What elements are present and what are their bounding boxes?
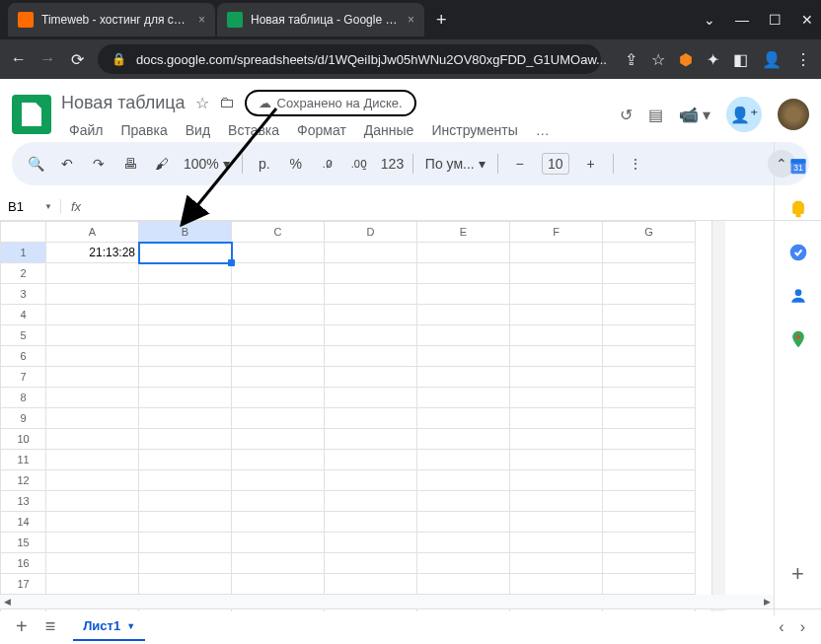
row-header-1[interactable]: 1 xyxy=(1,243,46,263)
keep-icon[interactable] xyxy=(788,199,808,219)
cell-D2[interactable] xyxy=(325,263,417,284)
menu-more[interactable]: … xyxy=(528,120,558,140)
select-all-corner[interactable] xyxy=(1,222,46,243)
cell-A11[interactable] xyxy=(46,450,139,470)
redo-icon[interactable]: ↷ xyxy=(89,156,109,172)
close-icon[interactable]: × xyxy=(198,13,205,27)
cell-B1[interactable] xyxy=(139,243,232,263)
cell-A14[interactable] xyxy=(46,512,139,533)
undo-icon[interactable]: ↶ xyxy=(57,156,77,172)
reload-icon[interactable]: ⟳ xyxy=(68,50,86,69)
column-header-G[interactable]: G xyxy=(603,222,696,243)
all-sheets-button[interactable]: ≡ xyxy=(45,616,56,637)
horizontal-scrollbar[interactable]: ◀ ▶ xyxy=(0,595,774,608)
cell-A10[interactable] xyxy=(46,429,139,450)
new-tab-button[interactable]: + xyxy=(426,10,457,31)
cell-G9[interactable] xyxy=(603,408,696,429)
percent-icon[interactable]: % xyxy=(286,156,306,172)
sheets-logo[interactable] xyxy=(12,95,51,134)
cell-C15[interactable] xyxy=(232,533,325,553)
cell-A2[interactable] xyxy=(46,263,139,284)
cell-F12[interactable] xyxy=(510,470,603,491)
cell-A5[interactable] xyxy=(46,325,139,346)
cell-B9[interactable] xyxy=(139,408,232,429)
cell-B10[interactable] xyxy=(139,429,232,450)
cell-E10[interactable] xyxy=(417,429,510,450)
maximize-icon[interactable]: ☐ xyxy=(769,12,782,28)
cell-C13[interactable] xyxy=(232,491,325,512)
menu-view[interactable]: Вид xyxy=(178,120,218,140)
forward-icon[interactable]: → xyxy=(39,50,57,68)
cell-A9[interactable] xyxy=(46,408,139,429)
search-icon[interactable]: 🔍 xyxy=(26,156,45,172)
number-format-icon[interactable]: 123 xyxy=(381,156,401,172)
cell-G8[interactable] xyxy=(603,388,696,408)
cell-E2[interactable] xyxy=(417,263,510,284)
cell-C9[interactable] xyxy=(232,408,325,429)
row-header-16[interactable]: 16 xyxy=(1,553,46,574)
name-box[interactable]: B1▼ xyxy=(0,199,61,214)
row-header-6[interactable]: 6 xyxy=(1,346,46,367)
cell-F15[interactable] xyxy=(510,533,603,553)
cell-B5[interactable] xyxy=(139,325,232,346)
cell-E11[interactable] xyxy=(417,450,510,470)
cell-E9[interactable] xyxy=(417,408,510,429)
contacts-icon[interactable] xyxy=(788,286,808,306)
cell-D1[interactable] xyxy=(325,243,417,263)
back-icon[interactable]: ← xyxy=(10,50,28,68)
cell-A16[interactable] xyxy=(46,553,139,574)
document-title[interactable]: Новая таблица xyxy=(61,93,186,113)
cell-C14[interactable] xyxy=(232,512,325,533)
column-header-B[interactable]: B xyxy=(139,222,232,243)
cell-E13[interactable] xyxy=(417,491,510,512)
scroll-right-icon[interactable]: ▶ xyxy=(760,597,774,607)
row-header-3[interactable]: 3 xyxy=(1,284,46,305)
row-header-17[interactable]: 17 xyxy=(1,574,46,595)
cell-A15[interactable] xyxy=(46,533,139,553)
cell-E7[interactable] xyxy=(417,367,510,388)
cell-G16[interactable] xyxy=(603,553,696,574)
cell-F1[interactable] xyxy=(510,243,603,263)
cell-E5[interactable] xyxy=(417,325,510,346)
share-icon[interactable]: ⇪ xyxy=(625,50,637,69)
cell-D17[interactable] xyxy=(325,574,417,595)
column-header-D[interactable]: D xyxy=(325,222,417,243)
profile-icon[interactable]: 👤 xyxy=(762,50,782,69)
cell-D4[interactable] xyxy=(325,305,417,325)
cell-B11[interactable] xyxy=(139,450,232,470)
column-header-F[interactable]: F xyxy=(510,222,603,243)
cell-A6[interactable] xyxy=(46,346,139,367)
cell-G2[interactable] xyxy=(603,263,696,284)
star-icon[interactable]: ☆ xyxy=(651,50,665,69)
row-header-2[interactable]: 2 xyxy=(1,263,46,284)
chevron-down-icon[interactable]: ⌄ xyxy=(704,12,715,28)
print-icon[interactable]: 🖶 xyxy=(120,156,140,172)
cell-B17[interactable] xyxy=(139,574,232,595)
cell-G10[interactable] xyxy=(603,429,696,450)
cell-B7[interactable] xyxy=(139,367,232,388)
cell-G11[interactable] xyxy=(603,450,696,470)
cell-C10[interactable] xyxy=(232,429,325,450)
cell-E8[interactable] xyxy=(417,388,510,408)
cell-D15[interactable] xyxy=(325,533,417,553)
history-icon[interactable]: ↺ xyxy=(620,106,633,124)
cell-B13[interactable] xyxy=(139,491,232,512)
zoom-selector[interactable]: 100% ▾ xyxy=(184,156,230,172)
cell-B3[interactable] xyxy=(139,284,232,305)
cell-G5[interactable] xyxy=(603,325,696,346)
cell-B8[interactable] xyxy=(139,388,232,408)
cell-E17[interactable] xyxy=(417,574,510,595)
row-header-4[interactable]: 4 xyxy=(1,305,46,325)
close-window-icon[interactable]: ✕ xyxy=(801,12,813,28)
menu-format[interactable]: Формат xyxy=(289,120,354,140)
cell-D3[interactable] xyxy=(325,284,417,305)
column-header-E[interactable]: E xyxy=(417,222,510,243)
cell-F13[interactable] xyxy=(510,491,603,512)
reader-icon[interactable]: ◧ xyxy=(733,50,748,69)
column-header-A[interactable]: A xyxy=(46,222,139,243)
cell-C17[interactable] xyxy=(232,574,325,595)
cell-F5[interactable] xyxy=(510,325,603,346)
minimize-icon[interactable]: — xyxy=(735,12,749,28)
row-header-10[interactable]: 10 xyxy=(1,429,46,450)
cell-F7[interactable] xyxy=(510,367,603,388)
